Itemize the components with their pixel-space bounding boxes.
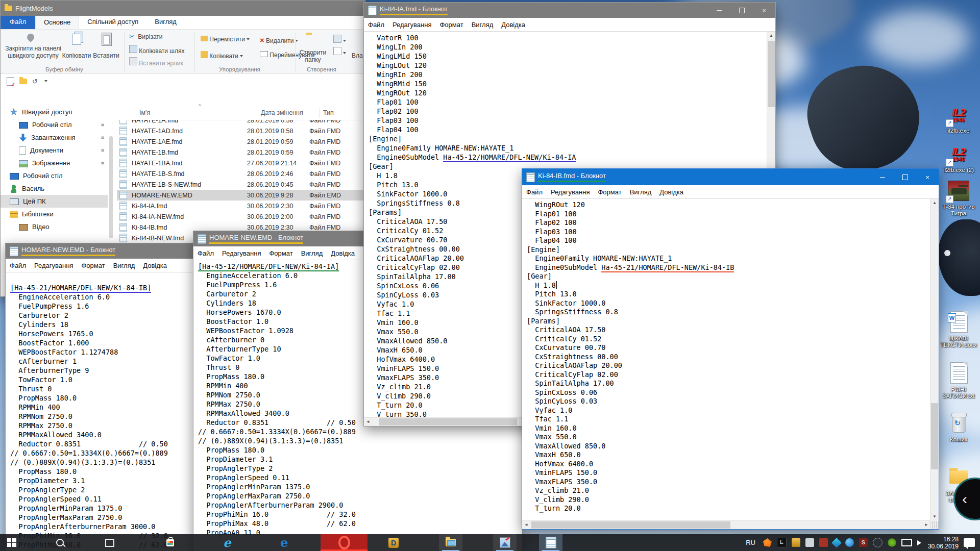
menu-item[interactable]: Вигляд [109, 262, 139, 269]
close-button[interactable]: × [916, 169, 939, 185]
scroll-right-icon[interactable]: ► [922, 521, 930, 529]
maximize-button[interactable] [894, 169, 916, 185]
menu-item[interactable]: Файл [522, 188, 547, 196]
minimize-button[interactable] [708, 3, 730, 18]
taskbar-clock[interactable]: 16:28 30.06.2019 [924, 536, 963, 550]
desktop-icon-txt[interactable]: РІЗНІ ЗАПИСИ.txt [937, 362, 980, 399]
file-row[interactable]: HAYATE-1AD.fmd28.01.2019 0:58Файл FMD [117, 126, 365, 136]
file-row[interactable]: HAYATE-1AE.fmd28.01.2019 0:59Файл FMD [117, 136, 365, 147]
customize-toolbar-icon[interactable] [44, 80, 47, 82]
horizontal-scrollbar[interactable]: ◄ ► [522, 520, 930, 529]
sidebar-item[interactable]: Василь [1, 182, 108, 195]
cut-button[interactable]: ✂ Вирізати [129, 33, 163, 40]
explorer-titlebar[interactable]: FlightModels [1, 1, 365, 16]
sidebar-item[interactable]: Бібліотеки [1, 208, 108, 220]
file-row[interactable]: HAYATE-1BA.fmd27.06.2019 21:14Файл FMD [117, 158, 365, 168]
text-editor-area[interactable]: WingROut 120 Flap01 100 Flap02 100 Flap0… [522, 199, 930, 521]
file-row[interactable]: Ki-84-IA-NEW.fmd30.06.2019 2:00Файл FMD [117, 211, 365, 222]
globe-tray-icon[interactable] [845, 538, 854, 547]
scroll-up-icon[interactable]: ▲ [930, 199, 939, 207]
copy-path-button[interactable]: Копіювати шлях [129, 45, 184, 55]
language-indicator[interactable]: RU [741, 539, 761, 546]
scroll-down-icon[interactable]: ▼ [930, 513, 939, 521]
security-tray-icon[interactable] [819, 538, 828, 547]
column-date[interactable]: Дата змінення [261, 109, 303, 116]
sidebar-item[interactable]: Відео [1, 220, 108, 233]
column-type[interactable]: Тип [323, 109, 334, 116]
file-row[interactable]: HAYATE-1B-S-NEW.fmd28.06.2019 0:45Файл F… [117, 179, 365, 190]
menu-item[interactable]: Довідка [327, 249, 359, 257]
satellite-tray-icon[interactable] [873, 538, 883, 547]
new-folder-quick-icon[interactable] [19, 79, 27, 84]
file-explorer-button[interactable] [439, 534, 462, 551]
action-center-icon[interactable] [964, 538, 975, 547]
desktop-icon-il2fb-2[interactable]: IL21946 ↗ il2fb.exe (2) [937, 143, 980, 173]
delete-button[interactable]: × Видалити [260, 36, 298, 44]
menu-item[interactable]: Довідка [655, 188, 688, 196]
notepad-taskbar-button[interactable] [539, 534, 562, 551]
menu-item[interactable]: Файл [193, 249, 218, 257]
photos-app-button[interactable] [493, 534, 517, 551]
new-folder-button[interactable]: Створитипапку [299, 49, 327, 63]
desktop-icon-il2fb[interactable]: IL21946 ↗ il2fb.exe [937, 104, 980, 134]
tab-share[interactable]: Спільний доступ [79, 16, 146, 29]
tab-file[interactable]: Файл [1, 16, 35, 29]
close-button[interactable]: × [753, 3, 775, 18]
minimize-button[interactable] [871, 169, 894, 185]
menu-item[interactable]: Формат [594, 188, 625, 196]
printer-tray-icon[interactable] [805, 538, 814, 547]
internet-explorer-button[interactable]: e [215, 534, 239, 551]
sidebar-item[interactable]: Робочий стіл [1, 169, 108, 182]
volume-tray-icon[interactable] [917, 540, 921, 545]
easy-access-icon[interactable] [333, 35, 346, 44]
scroll-up-icon[interactable]: ▲ [767, 32, 775, 40]
daemon-tray-icon[interactable] [792, 538, 800, 547]
menu-item[interactable]: Редагування [218, 249, 265, 257]
copy-button[interactable]: Копіювати [61, 52, 92, 59]
file-row[interactable]: HAYATE-1B-S.fmd28.06.2019 2:46Файл FMD [117, 168, 365, 179]
sidebar-item[interactable]: Завантаження✚ [1, 131, 108, 144]
menu-item[interactable]: Формат [77, 262, 109, 269]
menu-item[interactable]: Редагування [388, 21, 436, 29]
properties-quick-icon[interactable] [7, 77, 14, 86]
search-button[interactable] [48, 534, 71, 551]
start-button[interactable] [0, 534, 23, 551]
file-row[interactable]: Ki-84-IA.fmd30.06.2019 2:30Файл FMD [117, 201, 365, 211]
nvidia-tray-icon[interactable] [888, 538, 896, 547]
network-tray-icon[interactable] [901, 539, 912, 546]
epic-games-tray-icon[interactable]: E [777, 538, 787, 547]
tab-home[interactable]: Основне [35, 16, 79, 29]
column-name[interactable]: Ім'я [139, 109, 150, 116]
menu-item[interactable]: Вигляд [468, 21, 498, 29]
tab-view[interactable]: Вигляд [146, 16, 185, 29]
desktop-icon-recycle-bin[interactable]: Кошик [937, 412, 980, 443]
menu-item[interactable]: Довідка [139, 262, 171, 269]
new-item-icon[interactable] [333, 47, 346, 57]
sidebar-item[interactable]: Зображення✚ [1, 157, 108, 169]
opera-button[interactable] [321, 534, 368, 551]
menu-item[interactable]: Файл [6, 262, 30, 269]
notepad-titlebar[interactable]: Ki-84-IB.fmd - Блокнот × [522, 169, 939, 185]
paste-button[interactable]: Вставити [91, 52, 121, 59]
maximize-button[interactable] [730, 3, 753, 18]
menu-item[interactable]: Довідка [497, 21, 529, 29]
scroll-left-icon[interactable]: ◄ [364, 418, 372, 426]
menu-item[interactable]: Вигляд [626, 188, 656, 196]
properties-button[interactable]: Вла [352, 52, 363, 59]
menu-item[interactable]: Файл [364, 21, 388, 29]
vertical-scrollbar[interactable]: ▲ ▼ [930, 199, 939, 521]
move-to-button[interactable]: Перемістити [201, 36, 250, 43]
diamond-tray-icon[interactable] [831, 538, 842, 548]
file-row[interactable]: HOMARE-NEW.EMD30.06.2019 9:28Файл EMD [117, 190, 365, 201]
copy-to-button[interactable]: Копіювати [201, 51, 243, 60]
file-row[interactable]: HAYATE-1B.fmd28.01.2019 0:59Файл FMD [117, 147, 365, 158]
task-view-button[interactable] [98, 534, 121, 551]
paste-shortcut-button[interactable]: Вставити ярлик [129, 57, 183, 67]
media-app-button[interactable]: D [382, 534, 405, 551]
menu-item[interactable]: Редагування [547, 188, 594, 196]
file-row[interactable]: HAYATE-1A.fmd28.01.2019 0:58Файл FMD [117, 120, 365, 126]
store-button[interactable] [158, 534, 182, 551]
menu-item[interactable]: Вигляд [297, 249, 327, 257]
resize-grip[interactable] [930, 521, 939, 529]
undo-icon[interactable]: ↺ [32, 78, 38, 85]
